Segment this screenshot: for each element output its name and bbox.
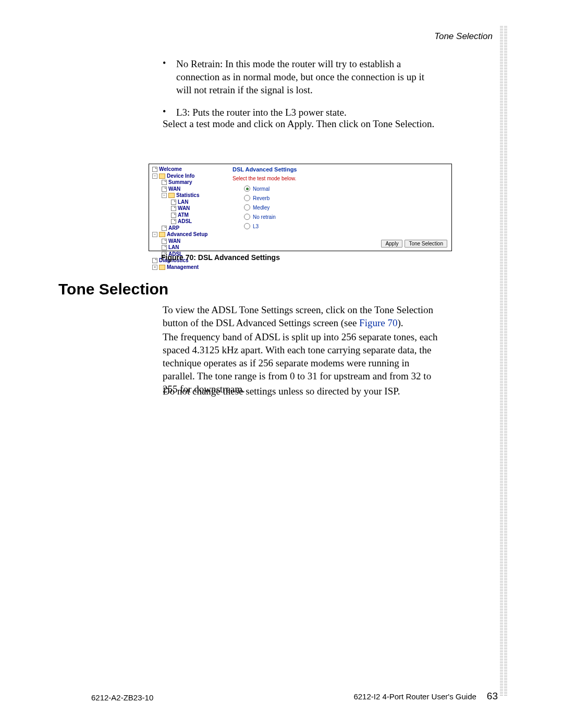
figure-cross-ref[interactable]: Figure 70 bbox=[359, 317, 397, 328]
opt-medley[interactable]: Medley bbox=[244, 204, 447, 211]
instruction-line: Select a test mode and click on Apply. T… bbox=[163, 117, 441, 130]
radio-icon[interactable] bbox=[244, 214, 250, 220]
page-icon bbox=[171, 219, 176, 224]
figure-dsl-advanced-settings: Welcome −Device Info Summary WAN −Statis… bbox=[149, 164, 452, 251]
section-para-3: Do not change these settings unless so d… bbox=[163, 385, 441, 398]
tree-summary[interactable]: Summary bbox=[152, 179, 225, 186]
tree-welcome[interactable]: Welcome bbox=[152, 166, 225, 173]
margin-ornament-inner bbox=[500, 26, 503, 697]
figure-caption: Figure 70: DSL Advanced Settings bbox=[161, 253, 280, 262]
folder-open-icon bbox=[159, 232, 165, 237]
page-icon bbox=[162, 226, 167, 231]
tree-adv-setup[interactable]: −Advanced Setup bbox=[152, 231, 225, 238]
radio-icon[interactable] bbox=[244, 195, 250, 201]
footer-doc-title: 6212-I2 4-Port Router User's Guide63 bbox=[353, 690, 498, 702]
bullet-no-retrain: No Retrain: In this mode the router will… bbox=[176, 58, 424, 95]
page-icon bbox=[152, 167, 157, 172]
tree-wan-2[interactable]: WAN bbox=[152, 205, 225, 212]
opt-reverb[interactable]: Reverb bbox=[244, 195, 447, 201]
page-icon bbox=[162, 239, 167, 244]
page-icon bbox=[171, 200, 176, 205]
bullet-l3: L3: Puts the router into the L3 power st… bbox=[176, 107, 347, 118]
tree-statistics[interactable]: −Statistics bbox=[152, 192, 225, 199]
collapse-icon[interactable]: − bbox=[152, 174, 157, 179]
tree-wan-1[interactable]: WAN bbox=[152, 186, 225, 193]
tree-device-info[interactable]: −Device Info bbox=[152, 173, 225, 180]
page-number: 63 bbox=[476, 690, 498, 701]
tree-wan-3[interactable]: WAN bbox=[152, 238, 225, 245]
margin-ornament-outer bbox=[504, 26, 507, 697]
page-icon bbox=[162, 245, 167, 250]
tree-adsl-1[interactable]: ADSL bbox=[152, 218, 225, 225]
section-heading: Tone Selection bbox=[58, 280, 168, 298]
collapse-icon[interactable]: − bbox=[152, 232, 157, 237]
tree-lan-1[interactable]: LAN bbox=[152, 199, 225, 206]
tone-selection-button[interactable]: Tone Selection bbox=[405, 240, 447, 248]
page-icon bbox=[162, 187, 167, 192]
tree-arp[interactable]: ARP bbox=[152, 225, 225, 232]
folder-open-icon bbox=[159, 174, 165, 179]
panel-instruction: Select the test mode below. bbox=[232, 176, 447, 181]
running-header: Tone Selection bbox=[434, 31, 493, 42]
apply-button[interactable]: Apply bbox=[381, 240, 402, 248]
folder-icon bbox=[159, 265, 165, 270]
radio-icon[interactable] bbox=[244, 204, 250, 211]
radio-icon[interactable] bbox=[244, 223, 250, 229]
tree-lan-2[interactable]: LAN bbox=[152, 244, 225, 251]
panel-title: DSL Advanced Settings bbox=[232, 166, 447, 172]
radio-icon[interactable] bbox=[244, 186, 250, 192]
opt-no-retrain[interactable]: No retrain bbox=[244, 214, 447, 220]
page-icon bbox=[171, 206, 176, 211]
section-para-1: To view the ADSL Tone Settings screen, c… bbox=[163, 303, 441, 329]
page-icon bbox=[171, 213, 176, 218]
tree-management[interactable]: +Management bbox=[152, 264, 225, 271]
expand-icon[interactable]: + bbox=[152, 265, 157, 270]
page-icon bbox=[152, 258, 157, 263]
opt-l3[interactable]: L3 bbox=[244, 223, 447, 229]
tree-atm[interactable]: ATM bbox=[152, 212, 225, 219]
folder-open-icon bbox=[168, 193, 175, 198]
opt-normal[interactable]: Normal bbox=[244, 186, 447, 192]
collapse-icon[interactable]: − bbox=[162, 193, 167, 198]
footer-doc-id: 6212-A2-ZB23-10 bbox=[91, 693, 153, 702]
page-icon bbox=[162, 180, 167, 185]
settings-panel: DSL Advanced Settings Select the test mo… bbox=[232, 166, 447, 232]
